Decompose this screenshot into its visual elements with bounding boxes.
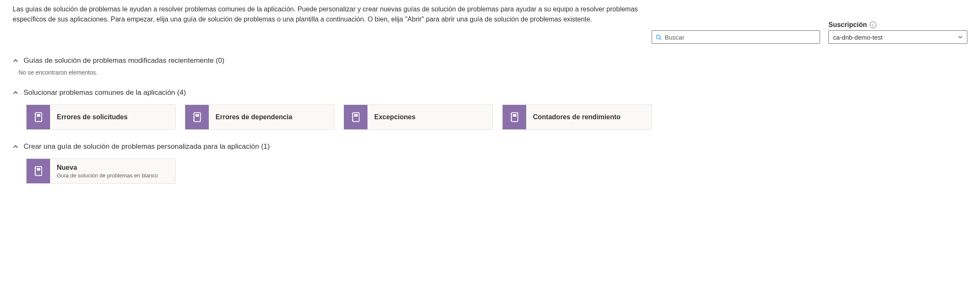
section-common: Solucionar problemas comunes de la aplic… — [13, 88, 967, 130]
notebook-icon — [185, 105, 209, 129]
top-controls: Suscripción i ca-dnb-demo-test — [13, 21, 967, 44]
section-custom-title: Crear una guía de solución de problemas … — [24, 142, 270, 151]
section-recent-empty: No se encontraron elementos. — [19, 69, 967, 76]
notebook-icon — [27, 159, 50, 183]
svg-point-0 — [656, 35, 660, 38]
svg-rect-8 — [196, 114, 199, 117]
guide-card-title: Nueva — [57, 164, 158, 171]
subscription-select[interactable]: ca-dnb-demo-test — [828, 30, 967, 44]
section-common-title: Solucionar problemas comunes de la aplic… — [24, 88, 186, 97]
custom-card-row: Nueva Guía de solución de problemas en b… — [26, 158, 967, 184]
chevron-up-icon — [13, 90, 19, 96]
guide-card-perf-counters[interactable]: Contadores de rendimiento — [502, 104, 652, 130]
section-recent-title: Guías de solución de problemas modificad… — [24, 56, 224, 65]
search-icon — [655, 34, 662, 40]
search-container — [652, 30, 820, 44]
notebook-icon — [344, 105, 368, 129]
notebook-icon — [503, 105, 526, 129]
section-common-header[interactable]: Solucionar problemas comunes de la aplic… — [13, 88, 967, 97]
guide-card-subtitle: Guía de solución de problemas en blanco — [57, 172, 158, 179]
guide-card-body: Excepciones — [368, 105, 422, 129]
guide-card-request-errors[interactable]: Errores de solicitudes — [26, 104, 176, 130]
search-box[interactable] — [652, 30, 820, 44]
chevron-up-icon — [13, 144, 19, 150]
chevron-up-icon — [13, 58, 19, 64]
svg-rect-23 — [37, 168, 40, 171]
svg-rect-12 — [353, 113, 359, 122]
guide-card-body: Nueva Guía de solución de problemas en b… — [50, 159, 165, 183]
section-custom-header[interactable]: Crear una guía de solución de problemas … — [13, 142, 967, 151]
info-icon[interactable]: i — [870, 21, 876, 28]
svg-rect-13 — [354, 114, 358, 117]
subscription-label-text: Suscripción — [828, 21, 867, 29]
svg-rect-7 — [194, 113, 200, 122]
guide-card-body: Errores de dependencia — [209, 105, 299, 129]
subscription-container: Suscripción i ca-dnb-demo-test — [828, 21, 967, 44]
svg-rect-2 — [35, 113, 42, 122]
section-recent-header[interactable]: Guías de solución de problemas modificad… — [13, 56, 967, 65]
guide-card-title: Errores de dependencia — [216, 113, 292, 121]
guide-card-body: Contadores de rendimiento — [526, 105, 627, 129]
guide-card-title: Excepciones — [374, 113, 415, 121]
guide-card-body: Errores de solicitudes — [50, 105, 134, 129]
subscription-selected-value: ca-dnb-demo-test — [833, 34, 883, 41]
guide-card-title: Contadores de rendimiento — [533, 113, 620, 121]
svg-rect-22 — [35, 167, 42, 176]
search-input[interactable] — [652, 31, 820, 43]
svg-rect-18 — [513, 114, 517, 117]
guide-card-new[interactable]: Nueva Guía de solución de problemas en b… — [26, 158, 176, 184]
subscription-label: Suscripción i — [828, 21, 967, 29]
svg-rect-17 — [511, 113, 518, 122]
guide-card-dependency-errors[interactable]: Errores de dependencia — [185, 104, 334, 130]
svg-rect-3 — [37, 114, 40, 117]
section-custom: Crear una guía de solución de problemas … — [13, 142, 967, 184]
guide-card-exceptions[interactable]: Excepciones — [344, 104, 493, 130]
notebook-icon — [27, 105, 50, 129]
svg-line-1 — [660, 38, 661, 40]
guide-card-title: Errores de solicitudes — [57, 113, 128, 121]
common-card-row: Errores de solicitudes Errores de depend… — [26, 104, 967, 130]
section-recent: Guías de solución de problemas modificad… — [13, 56, 967, 76]
intro-text: Las guías de solución de problemas le ay… — [13, 4, 665, 24]
chevron-down-icon — [958, 34, 963, 41]
